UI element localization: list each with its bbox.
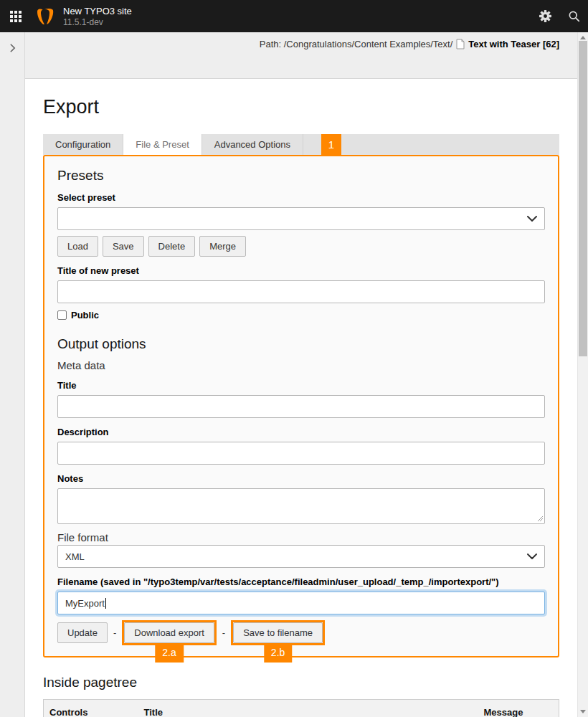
expand-navigation-button[interactable] xyxy=(5,41,19,55)
page-document-icon xyxy=(456,39,465,49)
public-checkbox[interactable] xyxy=(57,310,67,320)
notes-label: Notes xyxy=(57,473,545,484)
tab-advanced-options[interactable]: Advanced Options xyxy=(202,134,303,155)
tab-file-preset[interactable]: File & Preset xyxy=(123,134,201,155)
public-checkbox-row: Public xyxy=(57,310,545,320)
workspace: Path: /Congratulations/Content Examples/… xyxy=(0,32,588,717)
download-export-button[interactable]: Download export xyxy=(124,622,214,643)
table-header-row: Controls Title Message xyxy=(44,700,559,717)
meta-data-heading: Meta data xyxy=(57,359,545,371)
docheader: Path: /Congratulations/Content Examples/… xyxy=(25,32,577,79)
message-column-header: Message xyxy=(478,700,559,717)
typo3-logo-icon xyxy=(36,7,54,26)
record-title: Text with Teaser [62] xyxy=(468,39,559,49)
preset-select[interactable] xyxy=(57,207,545,230)
tab-bar: Configuration File & Preset Advanced Opt… xyxy=(43,134,559,155)
site-title: New TYPO3 site xyxy=(63,6,132,17)
filename-label: Filename (saved in "/typo3temp/var/tests… xyxy=(57,576,545,587)
file-format-select[interactable]: XML xyxy=(57,545,545,568)
load-button[interactable]: Load xyxy=(57,236,98,257)
filename-value: MyExport xyxy=(65,598,105,609)
title-label: Title xyxy=(57,380,545,391)
inside-pagetree-heading: Inside pagetree xyxy=(43,675,559,690)
file-format-value: XML xyxy=(65,551,85,562)
controls-column-header: Controls xyxy=(44,700,138,717)
text-caret xyxy=(105,598,106,609)
record-link[interactable]: Text with Teaser [62] xyxy=(456,39,559,49)
typo3-version: 11.5.1-dev xyxy=(63,17,132,27)
description-label: Description xyxy=(57,427,545,437)
file-preset-panel: Presets Select preset Load Save Delete M… xyxy=(43,155,559,657)
scroll-down-arrow-icon[interactable] xyxy=(580,710,586,713)
filename-input[interactable]: MyExport xyxy=(57,592,545,614)
output-options-heading: Output options xyxy=(57,336,545,352)
site-info: New TYPO3 site 11.5.1-dev xyxy=(63,6,132,27)
description-input[interactable] xyxy=(57,442,545,465)
user-settings-button[interactable] xyxy=(531,0,559,32)
file-format-heading: File format xyxy=(57,531,545,543)
module-menu-button[interactable] xyxy=(0,0,32,32)
public-label: Public xyxy=(71,310,99,320)
annotation-badge-2a: 2.a xyxy=(155,643,183,663)
update-button[interactable]: Update xyxy=(57,622,108,643)
presets-heading: Presets xyxy=(57,168,545,184)
annotation-badge-1: 1 xyxy=(321,134,341,155)
export-actions: Update - Download export 2.a - Save to f… xyxy=(57,620,545,645)
module-area: Path: /Congratulations/Content Examples/… xyxy=(25,32,577,717)
pagetree-table: Controls Title Message xyxy=(43,699,559,717)
scroll-up-arrow-icon[interactable] xyxy=(580,36,586,39)
scrollbar-thumb[interactable] xyxy=(579,41,587,356)
tab-configuration[interactable]: Configuration xyxy=(43,134,123,155)
save-button[interactable]: Save xyxy=(103,236,144,257)
topbar: New TYPO3 site 11.5.1-dev xyxy=(0,0,588,32)
breadcrumb: Path: /Congratulations/Content Examples/… xyxy=(260,39,559,49)
gear-icon xyxy=(539,10,551,22)
notes-field-wrap xyxy=(57,488,545,524)
merge-button[interactable]: Merge xyxy=(199,236,246,257)
new-preset-title-input[interactable] xyxy=(57,280,545,303)
page-title: Export xyxy=(43,96,559,118)
typo3-backend: New TYPO3 site 11.5.1-dev xyxy=(0,0,588,717)
title-column-header: Title xyxy=(138,700,478,717)
select-preset-label: Select preset xyxy=(57,192,545,203)
module-body: Export Configuration File & Preset Advan… xyxy=(25,79,577,717)
title-input[interactable] xyxy=(57,395,545,418)
chevron-down-icon xyxy=(527,216,537,222)
collapsed-pagetree-strip xyxy=(0,32,25,717)
new-preset-title-label: Title of new preset xyxy=(57,265,545,276)
vertical-scrollbar[interactable] xyxy=(577,32,588,717)
chevron-right-icon xyxy=(9,43,16,53)
search-icon xyxy=(568,10,580,22)
delete-button[interactable]: Delete xyxy=(148,236,196,257)
record-path: Path: /Congratulations/Content Examples/… xyxy=(260,39,453,49)
separator-dash: - xyxy=(113,627,116,638)
chevron-down-icon xyxy=(527,554,537,559)
annotation-badge-2b: 2.b xyxy=(264,643,292,663)
save-annotation-outline: Save to filename 2.b xyxy=(231,620,325,645)
apps-grid-icon xyxy=(10,11,22,22)
download-annotation-outline: Download export 2.a xyxy=(122,620,217,645)
preset-buttons: Load Save Delete Merge xyxy=(57,236,545,257)
search-button[interactable] xyxy=(559,0,588,32)
notes-textarea[interactable] xyxy=(57,488,545,524)
typo3-logo[interactable] xyxy=(36,7,54,26)
save-to-filename-button[interactable]: Save to filename xyxy=(233,622,323,643)
separator-dash: - xyxy=(222,627,225,638)
